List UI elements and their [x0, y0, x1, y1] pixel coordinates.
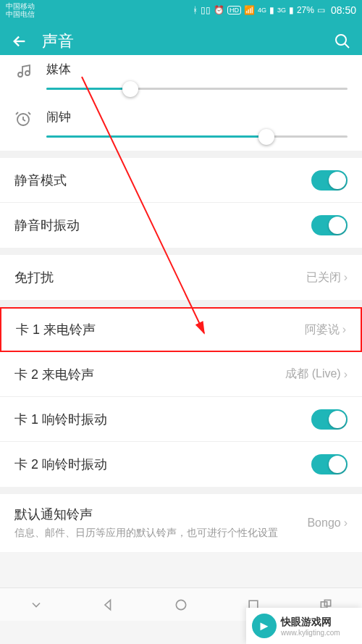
dnd-value: 已关闭 [306, 270, 341, 285]
silent-mode-label: 静音模式 [14, 172, 311, 189]
dnd-row[interactable]: 免打扰 已关闭 › [0, 255, 362, 300]
vibrate-icon: ▯▯ [201, 5, 211, 15]
default-notification-value: Bongo [307, 517, 340, 530]
chevron-right-icon: › [344, 517, 348, 530]
wifi-icon: 📶 [244, 5, 255, 15]
net-3g: 3G [277, 7, 286, 14]
alarm-volume-label: 闹钟 [46, 109, 348, 125]
sim1-ringtone-value: 阿婆说 [305, 322, 340, 338]
alarm-volume-row: 闹钟 [0, 103, 362, 151]
media-icon [14, 62, 36, 83]
sim2-ringtone-value: 成都 (Live) [285, 367, 340, 382]
dnd-label: 免打扰 [14, 269, 306, 286]
media-volume-label: 媒体 [46, 61, 348, 78]
vibrate-on-silent-toggle[interactable] [311, 215, 348, 235]
net-4g: 4G [258, 7, 266, 14]
watermark-title: 快眼游戏网 [281, 616, 340, 629]
chevron-right-icon: › [344, 368, 348, 381]
alarm-volume-slider[interactable] [46, 135, 348, 138]
default-notification-label: 默认通知铃声 [14, 506, 307, 523]
watermark-logo-icon: ► [252, 614, 277, 638]
bluetooth-icon: ᚼ [193, 5, 198, 15]
chevron-right-icon: › [342, 323, 346, 336]
status-bar: 中国移动 中国电信 ᚼ ▯▯ ⏰ HD 📶 4G ▮ 3G ▮ 27% ▭ 08… [0, 0, 362, 20]
media-volume-row: 媒体 [0, 55, 362, 103]
nav-home-button[interactable] [172, 595, 190, 614]
media-volume-slider[interactable] [46, 88, 348, 90]
svg-point-5 [176, 600, 185, 609]
sim2-ringtone-label: 卡 2 来电铃声 [14, 366, 285, 383]
watermark-url: www.kyligting.com [281, 629, 340, 637]
sim2-vibrate-ring-label: 卡 2 响铃时振动 [14, 456, 311, 473]
vibrate-on-silent-row[interactable]: 静音时振动 [0, 203, 362, 248]
nav-back-button[interactable] [99, 595, 118, 614]
search-button[interactable] [333, 32, 352, 51]
sim1-ringtone-label: 卡 1 来电铃声 [16, 321, 305, 338]
clock: 08:50 [331, 4, 356, 16]
vibrate-on-silent-label: 静音时振动 [14, 217, 311, 234]
back-button[interactable] [10, 32, 29, 51]
nav-down-button[interactable] [27, 595, 46, 614]
default-notification-row[interactable]: 默认通知铃声 信息、邮件、日历等应用的默认铃声，也可进行个性化设置 Bongo … [0, 494, 362, 552]
watermark: ► 快眼游戏网 www.kyligting.com [246, 608, 362, 644]
sim2-vibrate-ring-row[interactable]: 卡 2 响铃时振动 [0, 442, 362, 487]
carrier-1: 中国移动 [6, 2, 35, 10]
silent-mode-toggle[interactable] [311, 170, 348, 191]
carrier-2: 中国电信 [6, 10, 35, 18]
sim1-ringtone-row[interactable]: 卡 1 来电铃声 阿婆说 › [0, 307, 362, 352]
sim1-vibrate-ring-label: 卡 1 响铃时振动 [14, 411, 311, 428]
chevron-right-icon: › [344, 271, 348, 284]
sim1-vibrate-ring-toggle[interactable] [311, 409, 348, 430]
signal-2-icon: ▮ [289, 5, 294, 15]
sim2-ringtone-row[interactable]: 卡 2 来电铃声 成都 (Live) › [0, 352, 362, 397]
battery-icon: ▭ [317, 5, 325, 15]
alarm-icon [14, 110, 36, 130]
sim2-vibrate-ring-toggle[interactable] [311, 454, 348, 474]
svg-point-0 [336, 35, 346, 45]
signal-1-icon: ▮ [269, 5, 274, 15]
alarm-status-icon: ⏰ [214, 5, 224, 15]
sim1-vibrate-ring-row[interactable]: 卡 1 响铃时振动 [0, 397, 362, 442]
hd-icon: HD [227, 6, 241, 14]
silent-mode-row[interactable]: 静音模式 [0, 158, 362, 203]
page-title: 声音 [42, 30, 333, 52]
default-notification-sub: 信息、邮件、日历等应用的默认铃声，也可进行个性化设置 [14, 526, 307, 540]
battery-percent: 27% [297, 5, 314, 15]
svg-point-2 [25, 71, 30, 75]
